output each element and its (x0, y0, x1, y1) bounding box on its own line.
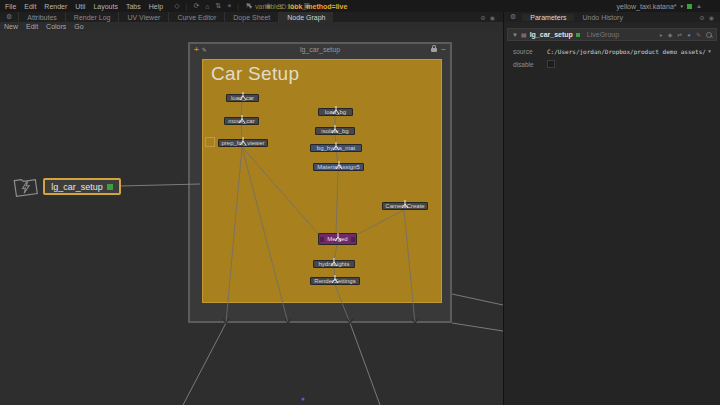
distant-node-dot (302, 398, 305, 401)
source-parameter-row: source C:/Users/jordan/Dropbox/product_d… (507, 45, 717, 57)
transform-widget-icon (330, 257, 338, 267)
variables-label: variables: (255, 3, 285, 10)
group-window-title: lg_car_setup (190, 46, 450, 53)
pane-target-icon[interactable]: ◉ (490, 14, 495, 21)
disable-parameter-row: disable (507, 58, 717, 70)
group-title: Car Setup (211, 63, 299, 85)
transform-widget-icon (331, 124, 339, 134)
project-file-indicator: yellow_taxi.katana* ▾ ▲ (617, 0, 702, 12)
magnifier-icon[interactable] (706, 32, 712, 38)
snap-icon[interactable]: ◇ (174, 2, 179, 10)
diamond-icon[interactable]: ◆ (668, 31, 673, 38)
nodegraph-canvas[interactable]: + ✎ lg_car_setup − Car Setup (0, 31, 503, 405)
parameter-node-name: lg_car_setup (530, 31, 573, 38)
transform-widget-icon (332, 105, 340, 115)
target-icon[interactable]: ⌖ (227, 2, 231, 10)
node-RenderSettings[interactable]: RenderSettings (310, 277, 360, 285)
parameters-panel: ⚙ Parameters Undo History ⚙ ◉ ▼ ▤ lg_car… (503, 12, 720, 405)
node-label: lg_car_setup (51, 182, 103, 192)
menu-layouts[interactable]: Layouts (90, 3, 121, 10)
menu-edit[interactable]: Edit (21, 3, 39, 10)
tab-node-graph[interactable]: Node Graph (278, 12, 333, 22)
node-MaterialAssign5[interactable]: MaterialAssign5 (313, 163, 364, 171)
chevron-down-icon[interactable]: ▼ (512, 32, 518, 38)
transform-widget-icon (238, 114, 246, 124)
transform-widget-icon (239, 91, 247, 101)
parameter-node-type: LiveGroup (587, 31, 619, 38)
status-green-square (687, 4, 692, 9)
pane-corner-icons: ⚙ ◉ (699, 14, 720, 21)
node-hydraLights[interactable]: hydraLights (313, 260, 355, 268)
right-pane-tabbar: ⚙ Parameters Undo History ⚙ ◉ (504, 12, 720, 22)
tab-dope-sheet[interactable]: Dope Sheet (224, 12, 278, 22)
tab-attributes[interactable]: Attributes (18, 12, 65, 22)
lock-icon[interactable] (431, 48, 437, 52)
transform-widget-icon (239, 136, 247, 146)
swap-icon[interactable]: ⇄ (677, 31, 682, 38)
parameter-header-icons: ▸ ◆ ⇄ ● ✎ (660, 31, 712, 38)
play-icon[interactable]: ▸ (660, 31, 663, 38)
tab-render-log[interactable]: Render Log (65, 12, 119, 22)
disable-checkbox[interactable] (547, 60, 555, 68)
menu-help[interactable]: Help (146, 3, 166, 10)
ng-menu-colors[interactable]: Colors (42, 23, 70, 30)
node-type-icon: ▤ (521, 31, 527, 38)
pane-corner-icons: ⚙ ◉ (480, 12, 503, 22)
chevron-down-icon[interactable]: ▾ (681, 3, 684, 9)
tab-parameters[interactable]: Parameters (522, 14, 574, 21)
source-label: source (513, 48, 541, 55)
dot-icon[interactable]: ● (687, 32, 691, 38)
menu-render[interactable]: Render (41, 3, 70, 10)
menu-util[interactable]: Util (72, 3, 88, 10)
katana-app: { "titlebar": { "menus": ["File", "Edit"… (0, 0, 720, 405)
variables-value: look_method=live (288, 3, 347, 10)
menu-file[interactable]: File (2, 3, 19, 10)
transform-widget-icon (401, 199, 409, 209)
pane-target-icon[interactable]: ◉ (709, 14, 714, 21)
parameter-node-header[interactable]: ▼ ▤ lg_car_setup LiveGroup ▸ ◆ ⇄ ● ✎ (507, 28, 717, 41)
node-bg_hydra_mat[interactable]: bg_hydra_mat (310, 144, 362, 152)
gear-icon[interactable]: ⚙ (0, 12, 18, 22)
menu-tabs[interactable]: Tabs (123, 3, 144, 10)
group-window-header: + ✎ lg_car_setup − (190, 44, 450, 55)
node-lg_car_setup-source[interactable]: lg_car_setup (43, 178, 121, 195)
pane-settings-icon[interactable]: ⚙ (480, 14, 485, 21)
node-isolate_bg[interactable]: isolate_bg (315, 127, 355, 135)
node-load_car[interactable]: load_car (226, 94, 259, 102)
ng-menu-go[interactable]: Go (70, 23, 87, 30)
refresh-icon[interactable]: ⟳ (193, 2, 199, 10)
graph-state-variables[interactable]: ▾ variables: look_method=live (249, 0, 347, 12)
node-Merged[interactable]: Merged (318, 233, 357, 245)
tab-uv-viewer[interactable]: UV Viewer (118, 12, 168, 22)
ng-menu-edit[interactable]: Edit (22, 23, 42, 30)
disable-label: disable (513, 61, 541, 68)
chevron-down-icon: ▾ (249, 3, 252, 10)
node-prep_for_viewer[interactable]: prep_for_viewer (218, 139, 268, 147)
tab-curve-editor[interactable]: Curve Editor (168, 12, 224, 22)
pane-settings-icon[interactable]: ⚙ (699, 14, 704, 21)
livegroup-folder-icon (10, 169, 42, 201)
small-square-node[interactable] (205, 137, 215, 147)
source-value-field[interactable]: C:/Users/jordan/Dropbox/product_demo_ass… (547, 48, 711, 55)
node-load_bg[interactable]: load_bg (318, 108, 353, 116)
transform-widget-icon (332, 141, 340, 151)
left-pane-tabbar: ⚙ Attributes Render Log UV Viewer Curve … (0, 12, 503, 22)
chevron-down-icon[interactable]: ▼ (708, 48, 711, 54)
node-CameraCreate[interactable]: CameraCreate (382, 202, 428, 210)
nodegraph-menubar: New Edit Colors Go (0, 22, 503, 31)
project-filename[interactable]: yellow_taxi.katana* (617, 3, 677, 10)
gear-icon[interactable]: ⚙ (504, 13, 522, 21)
home-icon[interactable]: ⌂ (205, 3, 209, 10)
node-move_car[interactable]: move_car (224, 117, 259, 125)
warning-triangle-icon[interactable]: ▲ (696, 3, 702, 9)
status-green-square (576, 33, 580, 37)
transform-widget-icon (335, 160, 343, 170)
swap-icon[interactable]: ⇅ (216, 2, 222, 10)
ng-menu-new[interactable]: New (0, 23, 22, 30)
pencil-icon[interactable]: ✎ (696, 31, 701, 38)
tab-undo-history[interactable]: Undo History (574, 14, 630, 21)
source-path-text: C:/Users/jordan/Dropbox/product_demo_ass… (547, 48, 706, 55)
transform-widget-icon (334, 232, 342, 242)
toolbar-divider: | (186, 3, 188, 10)
status-green-square (107, 184, 113, 190)
